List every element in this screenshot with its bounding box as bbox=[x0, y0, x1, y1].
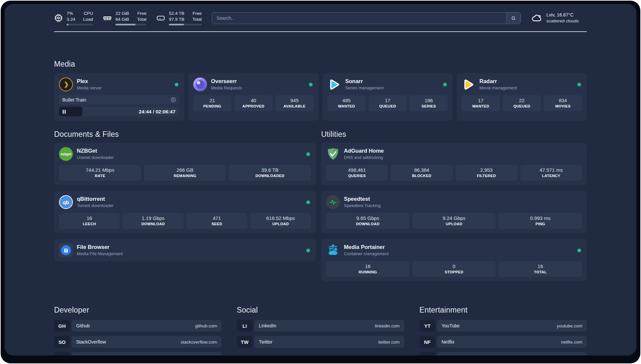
stat-box: 21PENDING bbox=[193, 95, 231, 111]
sonarr-icon bbox=[327, 77, 341, 91]
ram-stat: 22 GiB 64 GiB Free Total bbox=[103, 11, 146, 25]
filebrowser-icon bbox=[59, 243, 73, 257]
bookmark-row-linkedin[interactable]: LI LinkedInlinkedin.com bbox=[237, 320, 404, 332]
portainer-icon bbox=[326, 243, 340, 257]
stat-box: 266 GBREMAINING bbox=[144, 165, 226, 181]
plex-icon: ❯ bbox=[59, 77, 73, 91]
app-card-filebrowser[interactable]: File Browser Media File Management bbox=[54, 239, 316, 261]
playback-time: 24:44 / 02:06:47 bbox=[139, 109, 179, 114]
media-card-grid: ❯ Plex Media server Bullet Train 24:44 /… bbox=[54, 73, 587, 121]
app-subtitle: Media Requests bbox=[211, 85, 242, 91]
bookmark-abbr: YT bbox=[419, 320, 435, 332]
dashboard-panel: 7% 3.24 CPU Load bbox=[5, 4, 636, 355]
weather-widget[interactable]: Lviv, 16.87°C scattered clouds bbox=[531, 12, 587, 24]
bookmark-row-twitter[interactable]: TW Twittertwitter.com bbox=[237, 336, 404, 348]
bookmark-row-youtube[interactable]: YT YouTubeyoutube.com bbox=[419, 320, 587, 332]
disk-free-value: 52.4 TB bbox=[169, 11, 184, 16]
stat-box: 9.24 GbpsUPLOAD bbox=[412, 213, 496, 229]
app-subtitle: Usenet downloader bbox=[77, 155, 114, 161]
camera-icon[interactable] bbox=[170, 97, 176, 103]
disk-free-label: Free bbox=[192, 11, 202, 16]
stat-box: 39.6 TBDOWNLOADED bbox=[229, 165, 311, 181]
cpu-usage-value: 7% bbox=[67, 11, 75, 16]
bookmark-name: YouTube bbox=[442, 323, 460, 328]
section-title-media: Media bbox=[54, 60, 587, 69]
bookmark-name: Twitter bbox=[259, 339, 272, 345]
disk-progress-bar bbox=[169, 24, 202, 25]
stat-box: 16TOTAL bbox=[499, 261, 582, 277]
bookmark-name: LinkedIn bbox=[259, 323, 276, 328]
stat-box: 945AVAILABLE bbox=[275, 95, 314, 111]
bookmark-abbr: RE bbox=[419, 352, 435, 355]
bookmark-abbr: DT bbox=[54, 352, 70, 355]
section-title-documents: Documents & Files bbox=[54, 130, 316, 139]
app-card-speedtest[interactable]: Speedtest Speedtest Tracking 9.65 GbpsDO… bbox=[321, 191, 587, 233]
app-subtitle: Torrent downloader bbox=[77, 203, 113, 209]
app-card-adguard[interactable]: AdGuard Home DNS and adblocking 498,461Q… bbox=[321, 143, 587, 185]
app-subtitle: Media File Management bbox=[77, 251, 123, 257]
app-card-sonarr[interactable]: Sonarr Series management 485WANTED 17QUE… bbox=[322, 73, 453, 121]
app-window: 7% 3.24 CPU Load bbox=[1, 1, 640, 363]
cpu-progress-bar bbox=[67, 24, 93, 25]
bookmark-abbr: GH bbox=[54, 320, 70, 332]
stat-box: 9.65 GbpsDOWNLOAD bbox=[326, 213, 410, 229]
stat-box: 17WANTED bbox=[462, 95, 500, 111]
app-name: Overseerr bbox=[211, 78, 242, 85]
app-name: AdGuard Home bbox=[344, 147, 384, 154]
stat-box: 1.19 GbpsDOWNLOAD bbox=[123, 213, 183, 229]
radarr-icon bbox=[462, 77, 475, 91]
stat-box: 16LEECH bbox=[59, 213, 120, 229]
stat-box: 485WANTED bbox=[327, 95, 366, 111]
app-name: NZBGet bbox=[77, 147, 114, 154]
status-dot bbox=[175, 83, 178, 86]
bookmark-name: StackOverflow bbox=[76, 339, 106, 345]
bookmark-row-netflix[interactable]: NF Netflixnetflix.com bbox=[419, 336, 587, 348]
bookmark-url: linkedin.com bbox=[375, 323, 400, 328]
section-title-developer: Developer bbox=[54, 306, 222, 315]
bookmark-row-reddit[interactable]: RE Redditreddit.com bbox=[419, 352, 587, 355]
stat-box: 40APPROVED bbox=[234, 95, 273, 111]
disk-total-label: Total bbox=[192, 16, 202, 22]
bookmark-url: stackoverflow.com bbox=[181, 340, 217, 345]
bookmark-row-dev[interactable]: DT DEVdev.to bbox=[54, 352, 222, 355]
status-dot bbox=[577, 249, 581, 252]
search-input[interactable] bbox=[212, 12, 521, 24]
cpu-load-label: Load bbox=[83, 16, 93, 22]
bookmark-row-github[interactable]: GH Githubgithub.com bbox=[54, 320, 222, 332]
search-engine-button[interactable]: G bbox=[506, 13, 521, 23]
app-card-qbittorrent[interactable]: qb qBittorrent Torrent downloader 16LEEC… bbox=[54, 191, 316, 233]
app-card-nzbget[interactable]: nzbget NZBGet Usenet downloader 744.21 M… bbox=[54, 143, 316, 185]
status-dot bbox=[443, 83, 447, 86]
app-card-plex[interactable]: ❯ Plex Media server Bullet Train 24:44 /… bbox=[54, 73, 184, 121]
pause-icon[interactable] bbox=[63, 110, 66, 114]
bookmark-group-social: Social LI LinkedInlinkedin.com TW Twitte… bbox=[237, 306, 404, 355]
app-card-radarr[interactable]: Radarr Movie management 17WANTED 22QUEUE… bbox=[457, 73, 587, 121]
status-dot bbox=[309, 83, 313, 86]
app-subtitle: Movie management bbox=[479, 85, 517, 91]
app-name: Radarr bbox=[479, 78, 517, 85]
ram-free-label: Free bbox=[137, 11, 147, 16]
disk-stat: 52.4 TB 97.9 TB Free Total bbox=[156, 11, 202, 25]
stat-box: 196SERIES bbox=[410, 95, 448, 111]
stat-box: 2,953FILTERED bbox=[456, 165, 517, 181]
weather-location-temp: Lviv, 16.87°C bbox=[546, 12, 579, 18]
nzbget-icon: nzbget bbox=[59, 147, 73, 161]
playback-progress-bar[interactable]: 24:44 / 02:06:47 bbox=[59, 107, 179, 116]
stat-box: 471SEED bbox=[187, 213, 247, 229]
app-card-portainer[interactable]: Media Portainer Container management 16R… bbox=[321, 239, 587, 281]
bookmark-abbr: NF bbox=[419, 336, 435, 348]
bookmark-group-developer: Developer GH Githubgithub.com SO StackOv… bbox=[54, 306, 222, 355]
app-card-overseerr[interactable]: Overseerr Media Requests 21PENDING 40APP… bbox=[188, 73, 319, 121]
bookmark-row-stackoverflow[interactable]: SO StackOverflowstackoverflow.com bbox=[54, 336, 222, 348]
system-stats: 7% 3.24 CPU Load bbox=[54, 11, 202, 25]
app-name: Plex bbox=[77, 78, 102, 85]
cloud-icon bbox=[531, 12, 543, 24]
status-dot bbox=[306, 200, 310, 204]
ram-total-label: Total bbox=[137, 16, 147, 22]
app-subtitle: Container management bbox=[344, 251, 389, 257]
app-name: Sonarr bbox=[345, 78, 383, 85]
disk-icon bbox=[156, 14, 165, 22]
app-name: File Browser bbox=[77, 244, 123, 251]
bookmark-group-entertainment: Entertainment YT YouTubeyoutube.com NF N… bbox=[419, 306, 587, 355]
bookmark-abbr: TW bbox=[237, 336, 253, 348]
